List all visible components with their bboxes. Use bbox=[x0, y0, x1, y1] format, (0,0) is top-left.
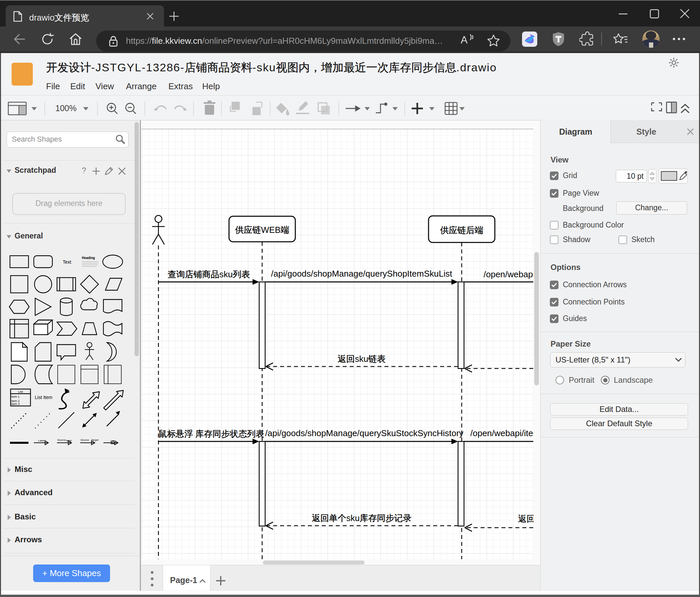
svg-text:Text: Text bbox=[62, 259, 71, 265]
svg-text:Heading: Heading bbox=[82, 256, 95, 260]
svg-text:List: List bbox=[18, 390, 23, 393]
svg-text:List Item: List Item bbox=[35, 395, 52, 400]
svg-text:Label: Label bbox=[38, 439, 45, 442]
svg-text:100%: 100% bbox=[55, 103, 77, 113]
svg-text:Source: Source bbox=[57, 438, 66, 441]
svg-text:Item 1: Item 1 bbox=[11, 395, 20, 398]
svg-text:label: label bbox=[66, 439, 72, 442]
svg-text:Source: Source bbox=[80, 438, 89, 441]
svg-text:Target: Target bbox=[91, 438, 99, 441]
svg-text:Item 3: Item 3 bbox=[11, 402, 20, 406]
